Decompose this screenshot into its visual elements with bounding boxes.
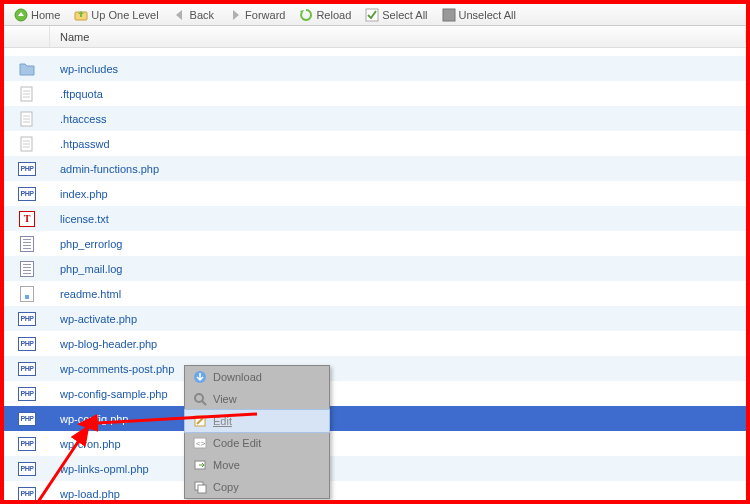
- ctx-copy-label: Copy: [213, 481, 239, 493]
- list-item[interactable]: Tlicense.txt: [4, 206, 746, 231]
- home-icon: [14, 8, 28, 22]
- list-item[interactable]: wp-includes: [4, 56, 746, 81]
- list-item[interactable]: PHPwp-activate.php: [4, 306, 746, 331]
- list-item[interactable]: PHPwp-cron.php: [4, 431, 746, 456]
- ctx-edit-label: Edit: [213, 415, 232, 427]
- log-icon: [4, 261, 50, 277]
- php-icon: PHP: [4, 487, 50, 501]
- list-item[interactable]: PHPadmin-functions.php: [4, 156, 746, 181]
- list-item[interactable]: php_mail.log: [4, 256, 746, 281]
- list-item[interactable]: php_errorlog: [4, 231, 746, 256]
- select-all-button[interactable]: Select All: [359, 6, 433, 24]
- php-icon: PHP: [4, 162, 50, 176]
- html-icon: [4, 286, 50, 302]
- ctx-code-edit[interactable]: <> Code Edit: [185, 432, 329, 454]
- file-name: wp-blog-header.php: [50, 338, 746, 350]
- list-item[interactable]: .htpasswd: [4, 131, 746, 156]
- php-icon: PHP: [4, 312, 50, 326]
- svg-line-18: [202, 401, 206, 405]
- file-name: wp-links-opml.php: [50, 463, 746, 475]
- php-icon: PHP: [4, 462, 50, 476]
- list-item[interactable]: PHPwp-comments-post.php: [4, 356, 746, 381]
- list-item[interactable]: .htaccess: [4, 106, 746, 131]
- context-menu: Download View Edit <> Code Edit Move Cop…: [184, 365, 330, 499]
- checkbox-checked-icon: [365, 8, 379, 22]
- file-name: wp-config-sample.php: [50, 388, 746, 400]
- file-name: wp-includes: [50, 63, 746, 75]
- ctx-download[interactable]: Download: [185, 366, 329, 388]
- ctx-view[interactable]: View: [185, 388, 329, 410]
- file-icon: [4, 86, 50, 102]
- file-name: .ftpquota: [50, 88, 746, 100]
- up-button[interactable]: Up One Level: [68, 6, 164, 24]
- php-icon: PHP: [4, 437, 50, 451]
- view-icon: [193, 392, 207, 406]
- file-name: .htaccess: [50, 113, 746, 125]
- ctx-move-label: Move: [213, 459, 240, 471]
- back-button[interactable]: Back: [167, 6, 220, 24]
- reload-icon: [299, 8, 313, 22]
- file-name: readme.html: [50, 288, 746, 300]
- edit-icon: [193, 414, 207, 428]
- php-icon: PHP: [4, 362, 50, 376]
- home-button[interactable]: Home: [8, 6, 66, 24]
- svg-rect-3: [443, 9, 455, 21]
- file-name: admin-functions.php: [50, 163, 746, 175]
- file-name: .htpasswd: [50, 138, 746, 150]
- forward-icon: [228, 8, 242, 22]
- ctx-move[interactable]: Move: [185, 454, 329, 476]
- checkbox-empty-icon: [442, 8, 456, 22]
- reload-button[interactable]: Reload: [293, 6, 357, 24]
- list-item[interactable]: PHPwp-config-sample.php: [4, 381, 746, 406]
- php-icon: PHP: [4, 412, 50, 426]
- file-name: wp-cron.php: [50, 438, 746, 450]
- copy-icon: [193, 480, 207, 494]
- code-edit-icon: <>: [193, 436, 207, 450]
- reload-label: Reload: [316, 9, 351, 21]
- back-icon: [173, 8, 187, 22]
- download-icon: [193, 370, 207, 384]
- txt-icon: T: [4, 211, 50, 227]
- folder-icon: [4, 61, 50, 77]
- list-item[interactable]: PHPwp-blog-header.php: [4, 331, 746, 356]
- ctx-copy[interactable]: Copy: [185, 476, 329, 498]
- file-name: wp-comments-post.php: [50, 363, 746, 375]
- move-icon: [193, 458, 207, 472]
- column-header-icon[interactable]: [4, 26, 50, 47]
- list-item[interactable]: readme.html: [4, 281, 746, 306]
- list-item[interactable]: PHPindex.php: [4, 181, 746, 206]
- back-label: Back: [190, 9, 214, 21]
- file-icon: [4, 111, 50, 127]
- toolbar: Home Up One Level Back Forward Reload Se…: [4, 4, 746, 26]
- svg-text:<>: <>: [196, 439, 206, 448]
- file-name: wp-config.php: [50, 413, 746, 425]
- column-header-row: Name: [4, 26, 746, 48]
- log-icon: [4, 236, 50, 252]
- php-icon: PHP: [4, 387, 50, 401]
- ctx-download-label: Download: [213, 371, 262, 383]
- file-name: wp-load.php: [50, 488, 746, 500]
- ctx-view-label: View: [213, 393, 237, 405]
- ctx-edit[interactable]: Edit: [185, 410, 329, 432]
- file-name: wp-activate.php: [50, 313, 746, 325]
- unselect-all-button[interactable]: Unselect All: [436, 6, 522, 24]
- folder-up-icon: [74, 8, 88, 22]
- forward-button[interactable]: Forward: [222, 6, 291, 24]
- ctx-code-edit-label: Code Edit: [213, 437, 261, 449]
- file-listing: wp-includes.ftpquota.htaccess.htpasswdPH…: [4, 48, 746, 504]
- up-label: Up One Level: [91, 9, 158, 21]
- php-icon: PHP: [4, 337, 50, 351]
- home-label: Home: [31, 9, 60, 21]
- list-item[interactable]: [4, 48, 746, 56]
- select-all-label: Select All: [382, 9, 427, 21]
- file-name: index.php: [50, 188, 746, 200]
- column-header-name[interactable]: Name: [50, 31, 746, 43]
- php-icon: PHP: [4, 187, 50, 201]
- svg-point-17: [195, 394, 203, 402]
- file-name: license.txt: [50, 213, 746, 225]
- list-item[interactable]: PHPwp-links-opml.php: [4, 456, 746, 481]
- list-item[interactable]: .ftpquota: [4, 81, 746, 106]
- list-item[interactable]: PHPwp-config.php: [4, 406, 746, 431]
- list-item[interactable]: PHPwp-load.php: [4, 481, 746, 504]
- unselect-all-label: Unselect All: [459, 9, 516, 21]
